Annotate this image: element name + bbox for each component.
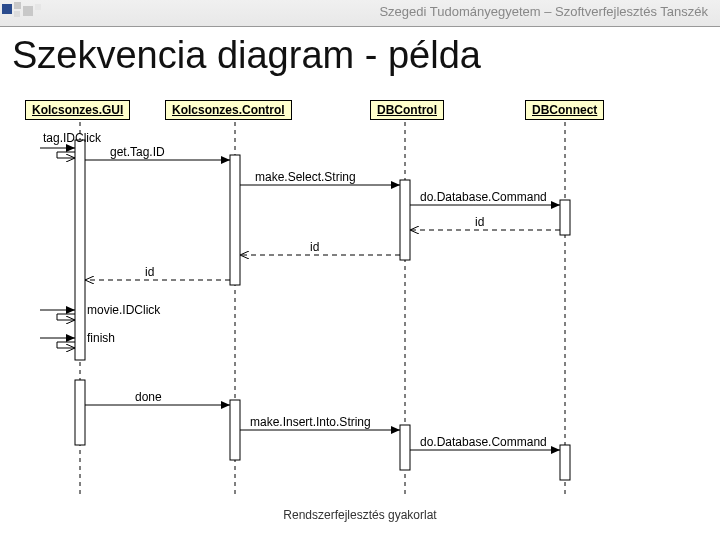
svg-rect-15 (400, 425, 410, 470)
svg-rect-11 (400, 180, 410, 260)
svg-rect-9 (75, 140, 85, 360)
msg-finish: finish (87, 331, 115, 345)
svg-rect-2 (23, 6, 33, 16)
msg-moviedclick: movie.IDClick (87, 303, 161, 317)
msg-id1: id (475, 215, 484, 229)
svg-rect-10 (230, 155, 240, 285)
msg-dodbcmd2: do.Database.Command (420, 435, 547, 449)
sequence-diagram: Kolcsonzes.GUI Kolcsonzes.Control DBCont… (15, 100, 705, 500)
svg-rect-4 (35, 4, 41, 10)
svg-rect-3 (14, 11, 20, 17)
msg-id2: id (310, 240, 319, 254)
msg-done: done (135, 390, 162, 404)
sequence-svg: tag.IDClick get.Tag.ID make.Select.Strin… (15, 100, 705, 500)
msg-makeinsert: make.Insert.Into.String (250, 415, 371, 429)
svg-rect-13 (75, 380, 85, 445)
slide-header: Szegedi Tudományegyetem – Szoftverfejles… (0, 0, 720, 27)
svg-rect-1 (14, 2, 21, 9)
svg-rect-16 (560, 445, 570, 480)
svg-rect-0 (2, 4, 12, 14)
header-institution: Szegedi Tudományegyetem – Szoftverfejles… (379, 4, 708, 19)
msg-makeselect: make.Select.String (255, 170, 356, 184)
svg-rect-14 (230, 400, 240, 460)
slide-footer: Rendszerfejlesztés gyakorlat (0, 508, 720, 522)
msg-id3: id (145, 265, 154, 279)
msg-gettagid: get.Tag.ID (110, 145, 165, 159)
msg-dodbcmd1: do.Database.Command (420, 190, 547, 204)
svg-rect-12 (560, 200, 570, 235)
msg-tagdclick: tag.IDClick (43, 131, 102, 145)
header-decoration-icon (0, 0, 70, 26)
slide-title: Szekvencia diagram - példa (12, 34, 481, 77)
